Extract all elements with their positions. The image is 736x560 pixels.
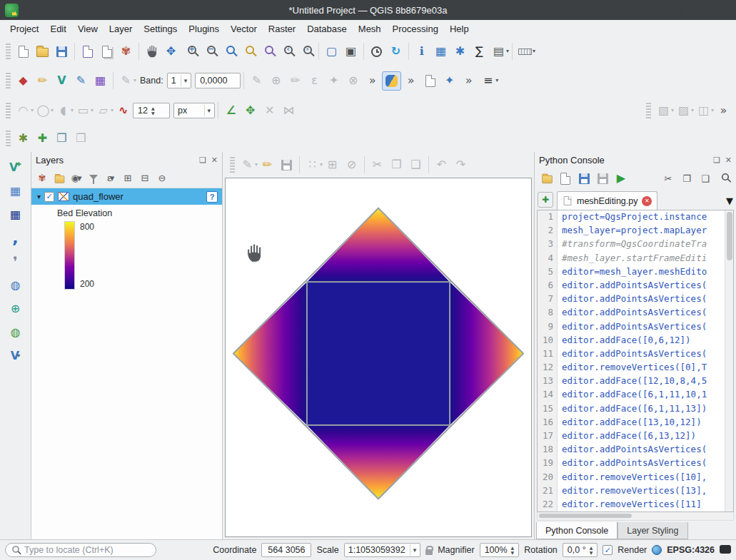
mesh-reindex-button[interactable] [33, 71, 52, 91]
code-line[interactable]: project=QgsProject.instance [562, 211, 725, 225]
collapse-all-button[interactable] [137, 170, 153, 186]
toolbar-menu-button[interactable] [478, 71, 498, 91]
mesh-digitizing-button[interactable] [14, 71, 33, 91]
pan-map-button[interactable] [142, 42, 161, 61]
add-virtual-layer-button[interactable] [6, 347, 26, 365]
curve-tool-button[interactable] [114, 101, 133, 121]
crs-label[interactable]: EPSG:4326 [667, 545, 715, 555]
menu-view[interactable]: View [72, 21, 104, 36]
zoom-out-button[interactable]: − [200, 42, 219, 61]
toolbar-overflow-button[interactable] [363, 71, 382, 91]
layer-indicator-badge[interactable]: ? [206, 191, 218, 203]
toolbar-overflow-button[interactable] [459, 71, 478, 91]
float-panel-icon[interactable] [713, 156, 720, 164]
cut-button[interactable] [660, 170, 677, 187]
filter-legend-button[interactable] [86, 170, 101, 186]
stroke-width-spinbox[interactable]: 12 [133, 103, 170, 118]
paste-features-button[interactable] [406, 156, 425, 175]
save-project-button[interactable] [52, 42, 71, 61]
label-tool-button[interactable] [654, 101, 673, 121]
open-project-button[interactable] [33, 42, 52, 61]
lock-scale-icon[interactable] [425, 549, 433, 555]
band-value-spinbox[interactable]: 0,0000 [195, 73, 241, 88]
current-edits-button[interactable] [238, 156, 257, 175]
menu-help[interactable]: Help [444, 21, 475, 36]
save-script-button[interactable] [575, 170, 593, 187]
code-line[interactable]: editor.addFace([12,10,8,4,5 [562, 375, 725, 389]
refresh-map-button[interactable] [386, 42, 405, 61]
new-map-view-button[interactable] [322, 42, 341, 61]
find-text-button[interactable] [715, 170, 732, 187]
filter-by-expression-button[interactable] [103, 170, 119, 186]
save-script-as-button[interactable] [594, 170, 611, 187]
add-spatialite-layer-button[interactable] [6, 253, 26, 270]
cancel-tool-button[interactable] [260, 101, 279, 121]
add-wfs-layer-button[interactable] [6, 300, 26, 317]
scale-combobox[interactable]: 1:1053059392 [344, 543, 420, 557]
toolbar-drag-handle[interactable] [6, 131, 11, 146]
dropdown-caret-icon[interactable] [506, 49, 509, 54]
menu-vector[interactable]: Vector [225, 21, 263, 36]
add-wms-layer-button[interactable] [6, 277, 26, 294]
zoom-in-button[interactable]: + [181, 42, 200, 61]
menu-plugins[interactable]: Plugins [183, 21, 225, 36]
code-line[interactable]: editor.removeVertices([11] [562, 499, 725, 511]
paste-button[interactable] [697, 170, 714, 187]
expand-all-button[interactable] [120, 170, 136, 186]
expression-digitize-button[interactable] [305, 71, 324, 91]
menu-edit[interactable]: Edit [44, 21, 71, 36]
crs-globe-icon[interactable] [652, 545, 662, 555]
code-line[interactable]: editor.removeVertices([0],T [562, 362, 725, 375]
horizontal-scrollbar[interactable] [537, 512, 734, 521]
close-panel-icon[interactable] [725, 156, 732, 164]
toolbar-overflow-button[interactable] [714, 101, 733, 121]
dock-tab-layer-styling[interactable]: Layer Styling [617, 522, 687, 539]
open-script-button[interactable] [538, 170, 555, 187]
toolbar-drag-handle[interactable] [646, 103, 651, 118]
advanced-digitize-angle-button[interactable] [221, 101, 241, 121]
map-canvas[interactable] [225, 178, 532, 537]
python-console-button[interactable] [382, 71, 401, 91]
scrollbar-thumb[interactable] [539, 514, 632, 518]
new-3d-map-view-button[interactable] [341, 42, 361, 61]
stream-digitize-button[interactable] [343, 71, 363, 91]
style-manager-button[interactable] [116, 42, 136, 61]
force-digitize-button[interactable] [247, 71, 266, 91]
layer-visibility-checkbox[interactable]: ✓ [44, 192, 54, 202]
vertical-scrollbar[interactable] [725, 210, 733, 511]
manage-map-themes-button[interactable] [69, 170, 84, 186]
toolb​ar-drag-handle[interactable] [230, 157, 235, 173]
spin-arrows[interactable] [590, 546, 593, 555]
tab-list-dropdown-icon[interactable] [726, 196, 733, 205]
open-layer-styling-button[interactable] [34, 170, 50, 186]
identify-features-button[interactable] [412, 42, 431, 61]
processing-star-button[interactable] [440, 71, 459, 91]
code-line[interactable]: #mesh_layer.startFrameEditi [562, 253, 725, 266]
rotation-spinbox[interactable]: 0,0 ° [563, 543, 598, 557]
add-delimited-text-button[interactable] [6, 230, 26, 247]
cut-features-button[interactable] [368, 156, 387, 175]
zoom-next-button[interactable]: › [296, 42, 316, 61]
mesh-edit-button[interactable] [71, 71, 91, 91]
menu-layer[interactable]: Layer [104, 21, 138, 36]
dock-tab-python-console[interactable]: Python Console [536, 522, 617, 539]
zoom-last-button[interactable]: ‹ [277, 42, 296, 61]
copy-features-button[interactable] [387, 156, 406, 175]
editor-tab-mesh-editing[interactable]: meshEditing.py [557, 191, 657, 210]
maximize-button[interactable] [693, 0, 715, 20]
statistical-summary-button[interactable] [470, 42, 489, 61]
code-line[interactable]: editor.addPointsAsVertices( [562, 307, 725, 320]
menu-raster[interactable]: Raster [263, 21, 301, 36]
redo-button[interactable] [451, 156, 470, 175]
menu-project[interactable]: Project [4, 21, 44, 36]
code-line[interactable]: editor.removeVertices([10], [562, 472, 725, 485]
new-editor-button[interactable] [557, 170, 574, 187]
menu-mesh[interactable]: Mesh [353, 21, 387, 36]
locate-input[interactable] [24, 545, 150, 555]
toolbar-overflow-button[interactable] [401, 71, 420, 91]
add-annotation-button[interactable] [33, 129, 52, 148]
close-tab-button[interactable] [642, 196, 652, 206]
duplicate-layer-button[interactable] [52, 129, 71, 148]
new-print-layout-button[interactable] [78, 42, 97, 61]
minimize-button[interactable] [672, 0, 693, 20]
